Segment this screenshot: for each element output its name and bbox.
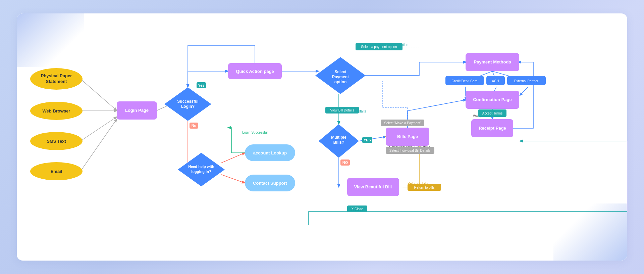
svg-text:Login?: Login? [181,104,195,109]
svg-text:Select Individual Bill Details: Select Individual Bill Details [389,149,430,152]
svg-text:Select 'Make a Payment': Select 'Make a Payment' [384,121,421,125]
svg-text:Multiple: Multiple [331,135,346,140]
svg-text:ACH: ACH [492,79,499,83]
svg-text:Statement: Statement [46,79,67,84]
svg-text:Bills Page: Bills Page [397,134,418,139]
svg-text:Select: Select [334,70,346,74]
svg-text:Successful: Successful [177,99,198,104]
svg-text:X Close: X Close [351,207,363,211]
svg-text:External Partner: External Partner [514,79,539,83]
svg-text:Bills?: Bills? [333,140,344,145]
svg-text:View Bill Details: View Bill Details [330,108,354,112]
svg-text:Email: Email [51,169,62,174]
svg-text:YES: YES [364,138,371,142]
svg-text:Payment: Payment [332,75,349,79]
svg-text:Credit/Debit Card: Credit/Debit Card [451,79,477,83]
svg-text:Contact Support: Contact Support [253,181,287,186]
svg-text:Receipt Page: Receipt Page [479,126,506,131]
svg-text:View Beautiful Bill: View Beautiful Bill [354,184,392,189]
svg-text:Web Browser: Web Browser [43,108,70,113]
svg-text:Login Successful: Login Successful [242,131,268,134]
svg-text:Confirmation Page: Confirmation Page [473,97,512,102]
svg-text:Login Page: Login Page [125,108,149,113]
svg-line-0 [80,79,117,110]
svg-text:account Lookup: account Lookup [253,150,287,155]
main-card: Yes No Login Successful View Bill Detail… [17,13,627,261]
svg-text:Payment Methods: Payment Methods [474,59,511,64]
svg-text:SMS Text: SMS Text [47,139,66,144]
svg-line-2 [80,117,117,141]
svg-text:logging in?: logging in? [191,170,211,174]
flowchart-svg: Yes No Login Successful View Bill Detail… [17,13,627,261]
svg-text:Physical Paper: Physical Paper [41,73,72,78]
svg-line-3 [80,119,117,171]
svg-text:Need help with: Need help with [188,165,214,169]
svg-text:Quick Action page: Quick Action page [236,69,274,74]
svg-text:Yes: Yes [198,83,205,87]
svg-text:option: option [334,80,347,84]
svg-text:Return to bills: Return to bills [414,186,434,189]
svg-text:NO: NO [342,161,348,165]
svg-text:Select a payment option: Select a payment option [361,45,397,49]
svg-text:Accept Terms: Accept Terms [482,111,502,115]
svg-text:No: No [192,124,197,128]
